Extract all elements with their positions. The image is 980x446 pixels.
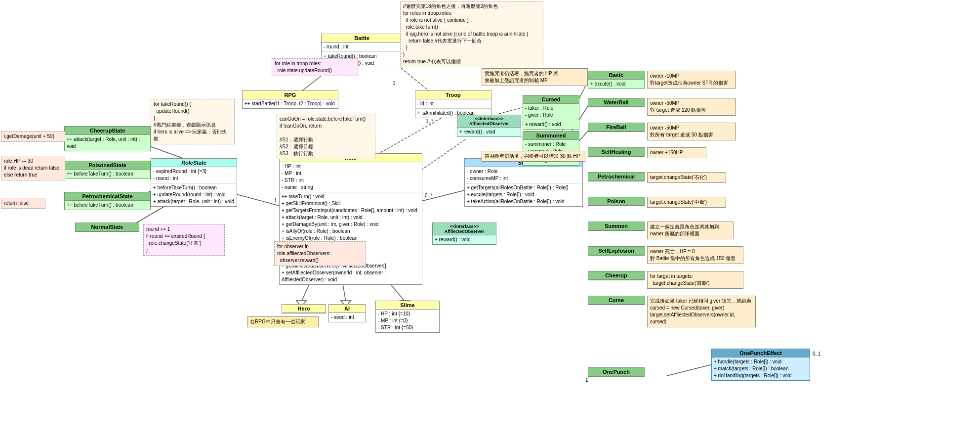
- ai-class: AI - seed : int: [328, 304, 366, 322]
- basic-note-text: owner -10MP 對target造成佔為owner STR 的傷害: [650, 73, 733, 87]
- hero-title: Hero: [282, 305, 326, 313]
- cursed-note: 實施咒者仍活著，施咒者的 HP 將 會被加上受詛咒者的制裁 MP: [482, 68, 588, 86]
- petrochemicalstate-title: PetrochemicalState: [65, 192, 150, 201]
- multiplicity-label: 0..1: [813, 351, 821, 357]
- skill-attributes: - owner : Role - comsumeMP : int: [465, 167, 582, 183]
- battle-troop-one: 1: [393, 81, 396, 86]
- svg-line-2: [370, 116, 445, 158]
- petrochemical-note-text: target.changeState('石化'): [650, 174, 723, 181]
- rolestate-methods: + beforeTakeTurn() : boolean + updateRou…: [151, 183, 237, 206]
- poisonedstate-note: role.HP -= 30 if role is dead return fal…: [1, 156, 65, 180]
- rpg-note: for takeRound() { updateRound() } //戰鬥結束…: [151, 99, 235, 144]
- normalstate-title: NormalState: [76, 223, 139, 231]
- summon-note-text: 建立一個定義跟角色並將其加到 owner 所屬的部隊裡面: [650, 223, 731, 237]
- troop-attributes: - id : int: [415, 99, 491, 109]
- selfhealing-title: SelfHealing: [588, 148, 644, 156]
- cheerup-title: Cheerup: [588, 271, 644, 280]
- curse-note-text: 完成後如果 taker 已經相同 giver 詛咒，就跳過 cursed = n…: [650, 298, 753, 325]
- poisonedstate-title: PoisonedState: [65, 161, 150, 170]
- onepunch-title: OnePunch: [588, 368, 644, 376]
- selfexplosion-note-text: owner 死亡，HP = 0 對 Battle 當中的所有角色造成 150 傷…: [650, 248, 740, 262]
- cheerupstate-class: CheerupState ++ attack(target : Role, un…: [64, 126, 151, 151]
- afflicted-observer2-methods: + reward() : void: [433, 235, 496, 244]
- troop-update-text: for role in troop.roles: role.state.upda…: [275, 60, 355, 74]
- summoned-note-text: 當召喚者仍活著，召喚者可以增加 30 點 HP: [485, 153, 582, 160]
- cursed-class: Cursed - taker : Role - giver : Role + r…: [523, 95, 579, 130]
- cheerup-note-text: for target in targets: target.changeStat…: [650, 273, 740, 287]
- afflicted-observer2-class: <<interface>>AffliectedObserver + reward…: [432, 223, 496, 245]
- selfhealing-note: owner +150HP: [647, 147, 706, 158]
- waterball-class: WaterBall: [588, 98, 645, 107]
- summon-note: 建立一個定義跟角色並將其加到 owner 所屬的部隊裡面: [647, 222, 734, 239]
- fireball-title: FireBall: [588, 123, 644, 132]
- role-rolestate-one: 1: [274, 198, 277, 203]
- afflicted-observer-methods: + reward() : void: [457, 128, 521, 136]
- curse-title: Curse: [588, 296, 644, 305]
- fireball-class: FireBall: [588, 123, 645, 132]
- afflicted-observer-class: <<Interface>>AffliectedObserver + reward…: [457, 115, 521, 137]
- summoned-note: 當召喚者仍活著，召喚者可以增加 30 點 HP: [482, 151, 585, 162]
- ai-title: AI: [329, 305, 365, 313]
- basic-note: owner -10MP 對target造成佔為owner STR 的傷害: [647, 71, 736, 89]
- troop-update-note: for role in troop.roles: role.state.upda…: [272, 58, 358, 76]
- basic-methods: + excute() : void: [588, 80, 644, 89]
- cheerup-note: for target in targets: target.changeStat…: [647, 271, 743, 289]
- onepuncheffect-title: OnePunchEffect: [712, 349, 810, 357]
- poison-title: Poison: [588, 197, 644, 206]
- onepunch-class: OnePunch: [588, 367, 645, 377]
- svg-line-6: [499, 106, 526, 114]
- role-skill-multi: 0..*: [425, 193, 432, 198]
- rpg-methods: ++ startBattle(t1 : Troop, t2 : Troop) :…: [243, 99, 338, 108]
- onepuncheffect-class: OnePunchEffect + handle(targets : Role[]…: [711, 349, 810, 381]
- troop-class: Troop - id : int + isAnnihilated() : boo…: [415, 90, 491, 118]
- role-methods: ++ takeTurn() : void + getSkillFromInput…: [280, 192, 422, 284]
- selfexplosion-note: owner 死亡，HP = 0 對 Battle 當中的所有角色造成 150 傷…: [647, 246, 743, 264]
- cursed-title: Cursed: [523, 95, 579, 104]
- petrostate-note-text: return false: [4, 200, 42, 207]
- role-cangoon-text: canGoOn = role.state.beforeTakeTurn() if…: [280, 116, 372, 157]
- summoned-title: Summoned: [523, 132, 579, 140]
- slime-attributes: - HP : int {=10} - MP : int {=0} - STR :…: [376, 310, 439, 332]
- petrochemicalstate-methods: ++ beforeTakeTurn() : boolean: [65, 201, 150, 210]
- waterball-title: WaterBall: [588, 98, 644, 107]
- cursed-methods: + reward() : void: [523, 120, 579, 129]
- cheerupstate-note-text: i.getDamage(unit + 50): [4, 133, 62, 140]
- poisonedstate-class: PoisonedState ++ beforeTakeTurn() : bool…: [64, 161, 151, 179]
- role-cangoon-note: canGoOn = role.state.beforeTakeTurn() if…: [277, 114, 375, 159]
- petrochemical-title: Petrochemical: [588, 173, 644, 181]
- waterball-note-text: owner -50MP 對 target 造成 120 點傷害: [650, 100, 733, 114]
- poisonedstate-methods: ++ beforeTakeTurn() : boolean: [65, 170, 150, 178]
- basic-title: Basic: [588, 71, 644, 80]
- petrochemical-class: Petrochemical: [588, 172, 645, 181]
- slime-title: Slime: [376, 301, 439, 310]
- selfexplosion-class: SelfExplosion: [588, 246, 645, 256]
- afflicted-observer-title: <<Interface>>AffliectedObserver: [457, 115, 521, 128]
- observer-reward-note: for observer in role.affliectedObservers…: [274, 241, 366, 266]
- normalstate-class: NormalState: [75, 223, 139, 232]
- petrochemical-note: target.changeState('石化'): [647, 172, 726, 183]
- cheerupstate-note: i.getDamage(unit + 50): [1, 131, 65, 142]
- fireball-note: owner -50MP 對所有 target 造成 50 點傷害: [647, 123, 736, 140]
- skill-methods: + getTargets(allRolesOnBattle : Role[]) …: [465, 183, 582, 206]
- basic-class: Basic + excute() : void: [588, 71, 645, 89]
- waterball-note: owner -50MP 對 target 造成 120 點傷害: [647, 98, 736, 116]
- hero-class: Hero: [282, 304, 326, 313]
- battle-attributes: - round : int: [322, 43, 402, 52]
- poison-class: Poison: [588, 197, 645, 206]
- battle-code-text: //遍歷完第18的角色之後，再遍歷第2的角色 for roles in troo…: [403, 3, 540, 65]
- battle-title: Battle: [322, 34, 402, 43]
- battle-code-note: //遍歷完第18的角色之後，再遍歷第2的角色 for roles in troo…: [400, 1, 543, 67]
- normalstate-note-text: round += 1 if round >= expiredRound { ro…: [146, 226, 222, 254]
- slime-class: Slime - HP : int {=10} - MP : int {=0} -…: [375, 301, 440, 333]
- cheerupstate-title: CheerupState: [65, 127, 150, 135]
- ai-attributes: - seed : int: [329, 313, 365, 322]
- summon-title: Summon: [588, 222, 644, 230]
- role-attributes: - HP : int - MP : int - STR : int - name…: [280, 162, 422, 192]
- petrochemicalstate-class: PetrochemicalState ++ beforeTakeTurn() :…: [64, 192, 151, 210]
- troop-title: Troop: [415, 91, 491, 99]
- observer-reward-text: for observer in role.affliectedObservers…: [277, 243, 363, 264]
- rpg-class: RPG ++ startBattle(t1 : Troop, t2 : Troo…: [242, 90, 338, 109]
- summon-class: Summon: [588, 222, 645, 231]
- cursed-attributes: - taker : Role - giver : Role: [523, 104, 579, 120]
- rolestate-attributes: - expiredRound : int {=3} - round : int: [151, 167, 237, 183]
